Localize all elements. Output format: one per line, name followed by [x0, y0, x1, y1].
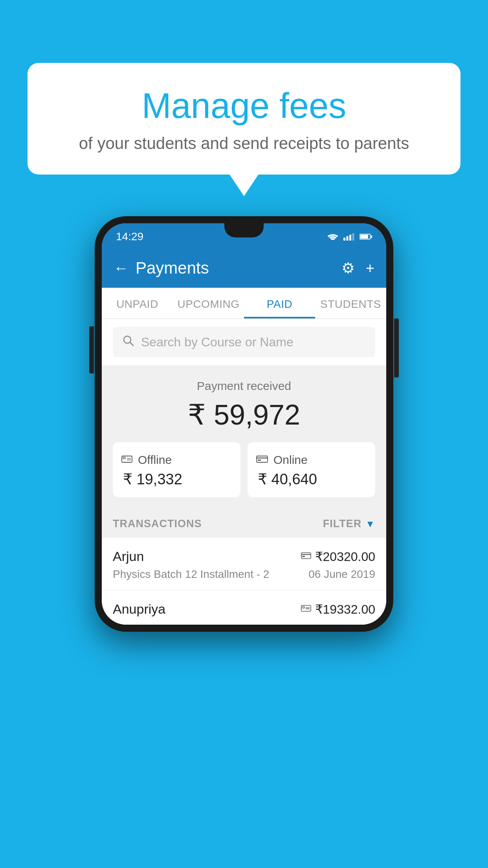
- tab-paid[interactable]: PAID: [244, 288, 315, 318]
- transaction-item[interactable]: Arjun ₹20320.00 Physics Batch 1: [102, 538, 386, 590]
- svg-rect-10: [123, 457, 125, 459]
- search-icon: [122, 335, 134, 349]
- phone-wrapper: 14:29: [95, 216, 393, 632]
- svg-line-8: [130, 342, 133, 346]
- card-icon: [256, 454, 268, 466]
- search-box[interactable]: Search by Course or Name: [113, 327, 375, 357]
- transaction-name-2: Anupriya: [113, 601, 165, 617]
- header-title: Payments: [136, 259, 209, 278]
- transaction-row-top: Arjun ₹20320.00: [113, 549, 375, 564]
- plus-icon[interactable]: +: [366, 260, 374, 277]
- offline-card: Offline ₹ 19,332: [113, 442, 240, 497]
- filter-icon: ▼: [365, 519, 375, 530]
- transaction-amount-group: ₹20320.00: [301, 549, 375, 564]
- svg-rect-3: [352, 233, 354, 241]
- battery-icon: [360, 233, 372, 241]
- payment-cards: Offline ₹ 19,332: [113, 442, 375, 497]
- tab-unpaid[interactable]: UNPAID: [102, 288, 173, 318]
- filter-label: FILTER: [323, 518, 361, 530]
- offline-card-top: Offline: [121, 453, 232, 467]
- gear-icon[interactable]: ⚙: [341, 259, 355, 277]
- cash-icon: [121, 454, 132, 466]
- transaction-date: 06 June 2019: [308, 568, 375, 581]
- transaction-item-partial[interactable]: Anupriya ₹19332.00: [102, 590, 386, 625]
- bubble-subtitle: of your students and send receipts to pa…: [47, 134, 441, 153]
- svg-rect-16: [301, 553, 311, 559]
- tab-students[interactable]: STUDENTS: [315, 288, 386, 318]
- status-time: 14:29: [116, 230, 143, 243]
- phone-notch: [224, 223, 264, 237]
- online-amount: ₹ 40,640: [256, 471, 367, 488]
- status-icons: [327, 233, 372, 241]
- app-header: ← Payments ⚙ +: [102, 248, 386, 288]
- svg-rect-13: [257, 456, 268, 462]
- phone-screen: 14:29: [102, 223, 386, 625]
- payment-total-amount: ₹ 59,972: [113, 398, 375, 431]
- online-card-top: Online: [256, 453, 367, 467]
- transactions-header: TRANSACTIONS FILTER ▼: [102, 508, 386, 538]
- offline-amount: ₹ 19,332: [121, 471, 232, 488]
- online-card: Online ₹ 40,640: [248, 442, 375, 497]
- transaction-amount-group-2: ₹19332.00: [301, 602, 375, 617]
- transactions-label: TRANSACTIONS: [113, 518, 202, 530]
- filter-button[interactable]: FILTER ▼: [323, 518, 375, 530]
- svg-rect-5: [360, 235, 368, 239]
- svg-rect-2: [349, 235, 351, 241]
- payment-summary: Payment received ₹ 59,972: [102, 365, 386, 508]
- bubble-title: Manage fees: [47, 86, 441, 125]
- svg-rect-1: [347, 236, 349, 241]
- svg-rect-6: [371, 235, 372, 238]
- transaction-amount: ₹20320.00: [315, 549, 375, 564]
- header-left: ← Payments: [114, 259, 209, 278]
- svg-rect-20: [303, 607, 305, 608]
- card-payment-icon: [301, 550, 311, 563]
- wifi-icon: [327, 233, 339, 241]
- svg-rect-15: [258, 460, 261, 461]
- cash-payment-icon: [301, 603, 311, 615]
- transaction-row-bottom: Physics Batch 12 Installment - 2 06 June…: [113, 568, 375, 581]
- svg-rect-0: [343, 238, 345, 241]
- offline-label: Offline: [138, 453, 172, 467]
- speech-bubble: Manage fees of your students and send re…: [28, 63, 460, 175]
- search-placeholder: Search by Course or Name: [141, 335, 294, 349]
- phone-outer: 14:29: [95, 216, 393, 632]
- payment-received-label: Payment received: [113, 379, 375, 393]
- transaction-row-top-2: Anupriya ₹19332.00: [113, 601, 375, 617]
- back-button[interactable]: ←: [114, 260, 128, 277]
- transaction-course: Physics Batch 12 Installment - 2: [113, 568, 269, 581]
- online-label: Online: [273, 453, 308, 467]
- tab-upcoming[interactable]: UPCOMING: [173, 288, 244, 318]
- signal-icon: [343, 233, 356, 241]
- transaction-amount-2: ₹19332.00: [315, 602, 375, 617]
- search-container: Search by Course or Name: [102, 319, 386, 365]
- svg-rect-18: [302, 556, 305, 557]
- transaction-name: Arjun: [113, 549, 144, 564]
- header-right: ⚙ +: [341, 259, 374, 277]
- tabs-bar: UNPAID UPCOMING PAID STUDENTS: [102, 288, 386, 319]
